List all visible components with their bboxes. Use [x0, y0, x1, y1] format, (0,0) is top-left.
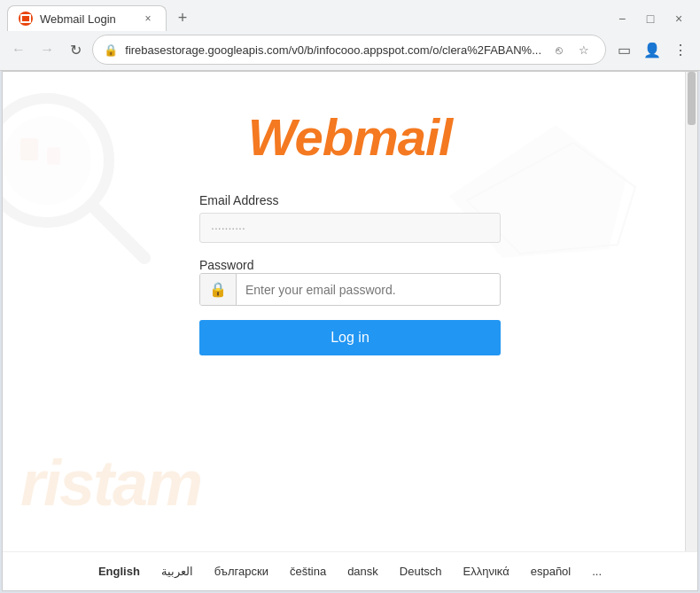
password-label: Password: [199, 258, 253, 272]
new-tab-button[interactable]: +: [170, 6, 195, 31]
lang-item-es[interactable]: español: [531, 565, 572, 578]
lang-item-en[interactable]: English: [98, 565, 140, 578]
minimize-button[interactable]: −: [615, 12, 629, 26]
page-content: ristam Webmail Email Address Password 🔒 …: [2, 71, 698, 591]
address-text: firebasestorage.googleapis.com/v0/b/info…: [125, 43, 541, 57]
password-field-wrapper: Password 🔒: [199, 257, 501, 306]
profile-icon[interactable]: 👤: [640, 37, 665, 62]
password-lock-icon: 🔒: [200, 274, 237, 305]
login-form: Email Address Password 🔒 Log in: [199, 193, 501, 355]
lang-item-ar[interactable]: العربية: [161, 565, 193, 578]
address-bar-row: ← → ↻ 🔒 firebasestorage.googleapis.com/v…: [0, 31, 700, 70]
lang-item-da[interactable]: dansk: [347, 565, 378, 578]
address-bar[interactable]: 🔒 firebasestorage.googleapis.com/v0/b/in…: [92, 35, 606, 65]
lang-item-more[interactable]: ...: [592, 565, 602, 578]
forward-button[interactable]: →: [35, 37, 58, 62]
menu-icon[interactable]: ⋮: [668, 37, 693, 62]
login-area: Webmail Email Address Password 🔒 Log in: [3, 72, 697, 551]
close-button[interactable]: ×: [672, 12, 686, 26]
address-actions: ⎋ ☆: [548, 39, 595, 60]
title-bar: Webmail Login × + − □ ×: [0, 0, 700, 31]
password-input[interactable]: [237, 276, 500, 304]
lang-item-cs[interactable]: čeština: [290, 565, 326, 578]
language-bar: EnglishالعربيةбългарскиčeštinadanskDeuts…: [3, 551, 697, 590]
tab-close-button[interactable]: ×: [141, 12, 155, 26]
lang-item-bg[interactable]: български: [214, 565, 268, 578]
share-icon[interactable]: ⎋: [548, 39, 570, 60]
password-input-container: 🔒: [199, 273, 501, 306]
tab-title: Webmail Login: [40, 12, 116, 26]
maximize-button[interactable]: □: [643, 12, 657, 26]
browser-actions: ▭ 👤 ⋮: [611, 37, 693, 62]
lock-icon: 🔒: [104, 43, 118, 57]
active-tab[interactable]: Webmail Login ×: [7, 5, 167, 31]
browser-chrome: Webmail Login × + − □ × ← → ↻ 🔒 firebase…: [0, 0, 700, 71]
refresh-button[interactable]: ↻: [64, 37, 87, 62]
bookmark-icon[interactable]: ☆: [573, 39, 595, 60]
lang-item-de[interactable]: Deutsch: [400, 565, 442, 578]
email-input[interactable]: [199, 213, 501, 243]
back-button[interactable]: ←: [7, 37, 30, 62]
tablet-icon[interactable]: ▭: [611, 37, 636, 62]
email-label: Email Address: [199, 193, 501, 207]
webmail-logo: Webmail: [248, 107, 452, 167]
window-controls: − □ ×: [615, 12, 693, 26]
lang-item-el[interactable]: Ελληνικά: [463, 565, 509, 578]
tab-favicon: [19, 12, 33, 26]
login-button[interactable]: Log in: [199, 320, 501, 355]
